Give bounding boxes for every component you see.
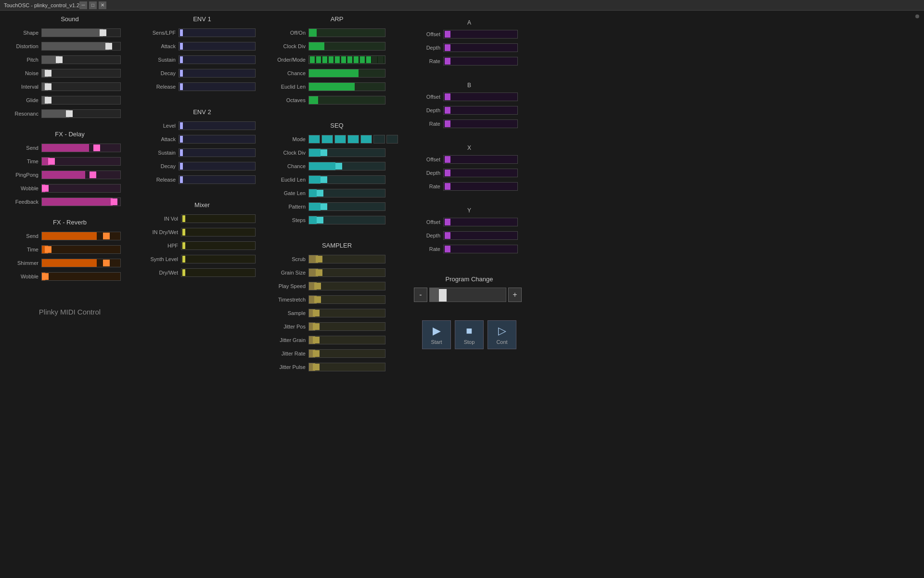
seq-slider-track[interactable] xyxy=(308,202,385,211)
sound-slider-track[interactable] xyxy=(41,96,121,105)
seq-slider-track[interactable] xyxy=(308,148,385,157)
seq-mode-button[interactable] xyxy=(373,135,385,144)
sampler-slider-track[interactable] xyxy=(308,268,385,277)
sound-slider-track[interactable] xyxy=(41,42,121,51)
env-slider-track[interactable] xyxy=(179,162,256,171)
seq-mode-button[interactable] xyxy=(308,135,320,144)
slider-label: Time xyxy=(5,247,38,252)
lfo-slider-track[interactable] xyxy=(443,155,518,164)
program-change-slider[interactable] xyxy=(429,288,506,302)
slider-label: PingPong xyxy=(5,172,38,178)
delay-slider-track[interactable] xyxy=(41,197,121,206)
sampler-slider-track[interactable] xyxy=(308,309,385,317)
lfo-slider-track[interactable] xyxy=(443,231,518,240)
reverb-slider-track[interactable] xyxy=(41,272,121,281)
slider-label: Jitter Rate xyxy=(270,351,306,356)
arp-slider-track[interactable] xyxy=(308,96,385,105)
env-slider-track[interactable] xyxy=(179,69,256,78)
minimize-button[interactable]: ─ xyxy=(79,1,87,9)
arp-slider-track[interactable] xyxy=(308,28,385,37)
lfo-slider-track[interactable] xyxy=(443,169,518,177)
lfo-slider-track[interactable] xyxy=(443,218,518,226)
arp-slider-track[interactable] xyxy=(308,82,385,91)
seq-slider-track[interactable] xyxy=(308,216,385,224)
seq-mode-button[interactable] xyxy=(334,135,346,144)
seq-mode-button[interactable] xyxy=(321,135,333,144)
env-slider-track[interactable] xyxy=(179,55,256,64)
seq-mode-button[interactable] xyxy=(360,135,372,144)
close-button[interactable]: ✕ xyxy=(99,1,106,9)
slider-label: Distortion xyxy=(5,43,38,49)
mixer-slider-track[interactable] xyxy=(181,214,256,223)
lfo-slider-track[interactable] xyxy=(443,119,518,128)
seq-slider-track[interactable] xyxy=(308,162,385,171)
mixer-slider-track[interactable] xyxy=(181,228,256,236)
cont-label: Cont xyxy=(496,339,507,345)
lfo-slider-track[interactable] xyxy=(443,92,518,101)
reverb-slider-track[interactable] xyxy=(41,232,121,240)
slider-label: Depth xyxy=(414,45,440,51)
lfo-slider-track[interactable] xyxy=(443,245,518,253)
seq-mode-button[interactable] xyxy=(386,135,398,144)
reverb-slider-track[interactable] xyxy=(41,245,121,254)
delay-slider-track[interactable] xyxy=(41,171,121,179)
seq-slider-track[interactable] xyxy=(308,175,385,184)
seq-mode-button[interactable] xyxy=(347,135,359,144)
mixer-slider-track[interactable] xyxy=(181,241,256,250)
env1-title: ENV 1 xyxy=(144,15,260,23)
program-change-plus-button[interactable]: + xyxy=(508,288,522,302)
delay-slider-track[interactable] xyxy=(41,157,121,166)
sampler-slider-row: Jitter Pos xyxy=(270,321,404,332)
lfo-slider-track[interactable] xyxy=(443,43,518,52)
sound-slider-track[interactable] xyxy=(41,55,121,64)
slider-label: Feedback xyxy=(5,199,38,205)
env-slider-track[interactable] xyxy=(179,135,256,144)
sampler-slider-track[interactable] xyxy=(308,336,385,344)
stop-button[interactable]: ■ Stop xyxy=(455,320,484,349)
env-slider-track[interactable] xyxy=(179,175,256,184)
sampler-slider-track[interactable] xyxy=(308,349,385,358)
seq-slider-track[interactable] xyxy=(308,189,385,197)
slider-label: Rate xyxy=(414,184,440,189)
fx-delay-params: SendTimePingPongWobbleFeedback xyxy=(5,143,135,207)
delay-slider-track[interactable] xyxy=(41,144,121,152)
slider-label: Jitter Grain xyxy=(270,337,306,343)
sampler-slider-track[interactable] xyxy=(308,255,385,263)
arp-slider-track[interactable] xyxy=(308,55,385,64)
mixer-slider-track[interactable] xyxy=(181,268,256,277)
slider-label: Level xyxy=(144,123,176,129)
env-slider-track[interactable] xyxy=(179,148,256,157)
env-slider-track[interactable] xyxy=(179,28,256,37)
env-slider-track[interactable] xyxy=(179,42,256,51)
sound-slider-track[interactable] xyxy=(41,82,121,91)
sampler-slider-track[interactable] xyxy=(308,322,385,331)
env-slider-track[interactable] xyxy=(179,121,256,130)
seq-title: SEQ xyxy=(270,122,404,129)
arp-slider-track[interactable] xyxy=(308,42,385,51)
slider-label: Rate xyxy=(414,58,440,64)
sampler-slider-track[interactable] xyxy=(308,363,385,371)
mixer-slider-track[interactable] xyxy=(181,255,256,263)
seq-params: ModeClock DivChanceEuclid LenGate LenPat… xyxy=(270,134,404,225)
sound-slider-track[interactable] xyxy=(41,109,121,118)
arp-slider-row: Chance xyxy=(270,68,404,79)
sound-slider-track[interactable] xyxy=(41,69,121,78)
sound-slider-track[interactable] xyxy=(41,28,121,37)
lfo-slider-track[interactable] xyxy=(443,30,518,39)
lfo-slider-track[interactable] xyxy=(443,106,518,115)
maximize-button[interactable]: □ xyxy=(89,1,97,9)
slider-label: Rate xyxy=(414,246,440,252)
lfo-slider-track[interactable] xyxy=(443,57,518,66)
delay-slider-row: Time xyxy=(5,156,135,167)
arp-slider-track[interactable] xyxy=(308,69,385,78)
sampler-slider-track[interactable] xyxy=(308,282,385,290)
cont-button[interactable]: ▷ Cont xyxy=(488,320,516,349)
start-button[interactable]: ▶ Start xyxy=(422,320,451,349)
program-change-minus-button[interactable]: - xyxy=(414,288,427,302)
delay-slider-track[interactable] xyxy=(41,184,121,193)
lfo-slider-row: Offset xyxy=(414,217,525,227)
lfo-slider-track[interactable] xyxy=(443,182,518,191)
env-slider-track[interactable] xyxy=(179,82,256,91)
reverb-slider-track[interactable] xyxy=(41,259,121,267)
sampler-slider-track[interactable] xyxy=(308,295,385,304)
